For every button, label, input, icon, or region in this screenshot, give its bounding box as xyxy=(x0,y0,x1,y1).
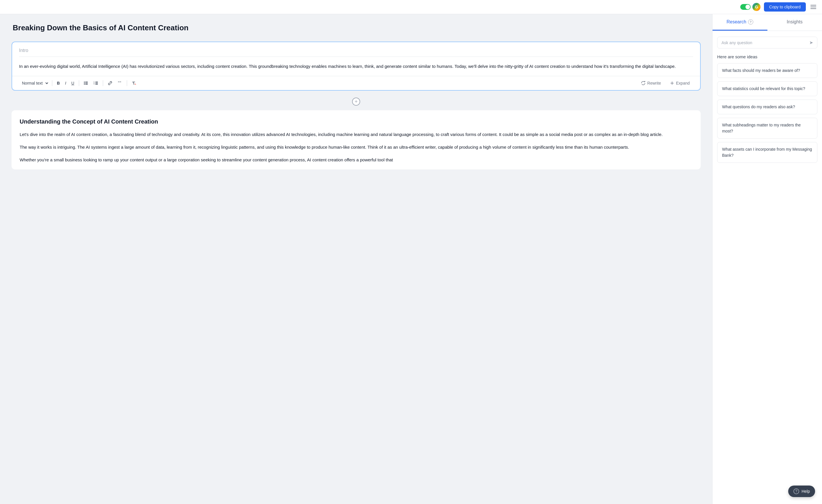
svg-point-0 xyxy=(84,81,85,82)
sidebar-tabs: Research ? Insights xyxy=(713,14,822,31)
svg-rect-7 xyxy=(95,82,98,82)
grammarly-toggle[interactable]: G xyxy=(740,3,761,11)
topbar: G Copy to clipboard xyxy=(0,0,822,14)
unordered-list-button[interactable] xyxy=(82,80,90,87)
grammarly-toggle-switch[interactable] xyxy=(740,4,751,10)
tab-insights[interactable]: Insights xyxy=(767,14,822,31)
editor-area: Breaking Down the Basics of AI Content C… xyxy=(0,14,712,504)
add-block-area: + xyxy=(12,98,701,106)
text-style-select[interactable]: Normal text Heading 1 Heading 2 Heading … xyxy=(19,79,49,87)
document-title: Breaking Down the Basics of AI Content C… xyxy=(12,23,701,32)
ordered-list-button[interactable]: 1.2.3. xyxy=(92,80,100,87)
svg-point-4 xyxy=(84,84,85,85)
svg-point-2 xyxy=(84,83,85,83)
copy-to-clipboard-button[interactable]: Copy to clipboard xyxy=(764,2,806,12)
link-button[interactable] xyxy=(106,80,114,87)
sidebar-content: ➤ Here are some ideas What facts should … xyxy=(713,31,822,504)
search-send-icon[interactable]: ➤ xyxy=(809,40,813,45)
help-button[interactable]: ? Help xyxy=(788,486,815,497)
intro-block-content[interactable]: In an ever-evolving digital world, Artif… xyxy=(12,57,700,76)
idea-card-3[interactable]: What questions do my readers also ask? xyxy=(717,100,817,114)
idea-card-5[interactable]: What assets can I incorporate from my Me… xyxy=(717,142,817,163)
research-search-box[interactable]: ➤ xyxy=(717,37,817,48)
sidebar-toggle-button[interactable] xyxy=(809,3,817,11)
second-block-para-2: The way it works is intriguing. The AI s… xyxy=(20,143,693,151)
svg-rect-9 xyxy=(95,83,98,83)
svg-text:": " xyxy=(119,81,121,85)
help-question-icon: ? xyxy=(793,488,799,494)
research-search-input[interactable] xyxy=(722,40,809,45)
svg-rect-3 xyxy=(85,83,88,83)
second-block-content[interactable]: Let's dive into the realm of AI content … xyxy=(20,131,693,164)
svg-rect-1 xyxy=(85,82,88,82)
idea-card-2[interactable]: What statistics could be relevant for th… xyxy=(717,81,817,96)
second-content-block: Understanding the Concept of AI Content … xyxy=(12,110,701,170)
research-help-icon[interactable]: ? xyxy=(748,19,753,25)
toolbar-divider-4 xyxy=(127,80,127,86)
svg-text:3.: 3. xyxy=(94,83,95,85)
italic-button[interactable]: I xyxy=(63,80,68,87)
underline-button[interactable]: U xyxy=(70,80,76,87)
toolbar-divider-2 xyxy=(79,80,79,86)
main-layout: Breaking Down the Basics of AI Content C… xyxy=(0,14,822,504)
add-block-button[interactable]: + xyxy=(352,98,360,106)
svg-line-15 xyxy=(133,82,134,85)
second-block-heading: Understanding the Concept of AI Content … xyxy=(20,118,693,125)
svg-rect-11 xyxy=(95,84,98,85)
quote-button[interactable]: "" xyxy=(116,80,124,87)
help-label: Help xyxy=(802,489,810,494)
rewrite-button[interactable]: Rewrite xyxy=(638,79,664,87)
svg-line-16 xyxy=(135,84,136,85)
idea-card-4[interactable]: What subheadings matter to my readers th… xyxy=(717,118,817,139)
intro-editor-block: Intro In an ever-evolving digital world,… xyxy=(12,42,701,91)
toolbar-divider-1 xyxy=(52,80,52,86)
tab-research[interactable]: Research ? xyxy=(713,14,767,31)
expand-button[interactable]: Expand xyxy=(666,79,693,87)
svg-rect-5 xyxy=(85,84,88,85)
idea-card-1[interactable]: What facts should my readers be aware of… xyxy=(717,63,817,78)
ideas-label: Here are some ideas xyxy=(717,54,817,59)
svg-text:": " xyxy=(118,81,119,85)
second-block-para-3: Whether you're a small business looking … xyxy=(20,156,693,164)
intro-block-toolbar: Normal text Heading 1 Heading 2 Heading … xyxy=(12,76,700,90)
intro-section-label: Intro xyxy=(12,42,700,57)
right-sidebar: Research ? Insights ➤ Here are some idea… xyxy=(712,14,822,504)
clear-format-button[interactable] xyxy=(130,80,138,87)
second-block-para-1: Let's dive into the realm of AI content … xyxy=(20,131,693,138)
toolbar-divider-3 xyxy=(103,80,103,86)
grammarly-logo: G xyxy=(752,3,761,11)
bold-button[interactable]: B xyxy=(55,80,61,87)
